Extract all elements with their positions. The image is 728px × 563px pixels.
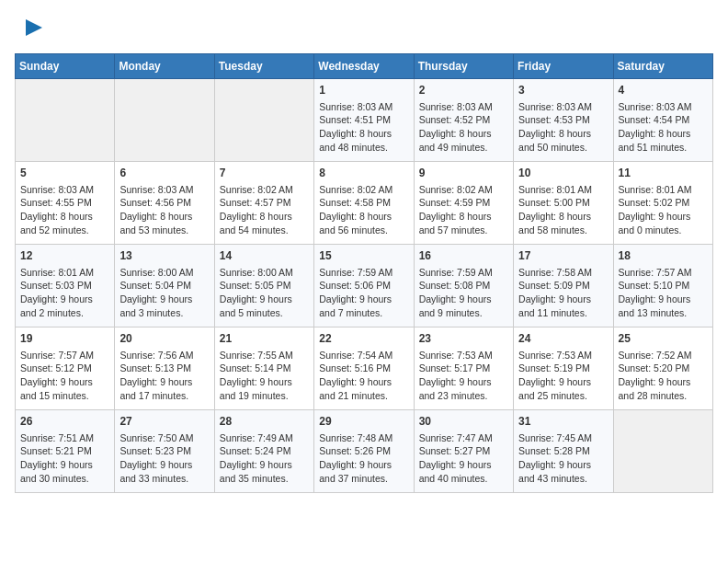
calendar-cell: 1Sunrise: 8:03 AMSunset: 4:51 PMDaylight…	[314, 79, 414, 162]
calendar-cell: 20Sunrise: 7:56 AMSunset: 5:13 PMDayligh…	[115, 327, 214, 410]
header-day-wednesday: Wednesday	[314, 54, 414, 79]
day-info: Sunrise: 7:59 AMSunset: 5:06 PMDaylight:…	[319, 267, 392, 318]
calendar-cell: 8Sunrise: 8:02 AMSunset: 4:58 PMDaylight…	[314, 162, 414, 245]
day-number: 26	[20, 414, 109, 430]
calendar-cell	[613, 410, 712, 493]
week-row-4: 19Sunrise: 7:57 AMSunset: 5:12 PMDayligh…	[16, 327, 713, 410]
calendar-cell: 15Sunrise: 7:59 AMSunset: 5:06 PMDayligh…	[314, 245, 414, 327]
day-number: 3	[518, 83, 608, 98]
calendar-cell	[115, 79, 214, 162]
day-info: Sunrise: 7:58 AMSunset: 5:09 PMDaylight:…	[518, 267, 592, 318]
day-number: 19	[20, 331, 109, 347]
week-row-2: 5Sunrise: 8:03 AMSunset: 4:55 PMDaylight…	[16, 162, 713, 245]
day-number: 15	[319, 248, 408, 264]
calendar-cell: 12Sunrise: 8:01 AMSunset: 5:03 PMDayligh…	[16, 245, 115, 327]
day-info: Sunrise: 8:00 AMSunset: 5:04 PMDaylight:…	[119, 267, 193, 318]
day-number: 6	[119, 166, 209, 181]
day-number: 2	[419, 83, 508, 98]
calendar-table: SundayMondayTuesdayWednesdayThursdayFrid…	[15, 53, 713, 493]
day-number: 5	[20, 166, 109, 181]
calendar-cell: 2Sunrise: 8:03 AMSunset: 4:52 PMDaylight…	[414, 79, 513, 162]
day-number: 31	[518, 414, 608, 430]
calendar-cell: 10Sunrise: 8:01 AMSunset: 5:00 PMDayligh…	[514, 162, 613, 245]
page-header	[15, 15, 713, 42]
day-number: 7	[220, 166, 309, 181]
day-number: 30	[419, 414, 508, 430]
logo-icon	[17, 15, 44, 42]
day-number: 22	[319, 331, 408, 347]
header-row: SundayMondayTuesdayWednesdayThursdayFrid…	[16, 54, 713, 79]
day-info: Sunrise: 8:03 AMSunset: 4:51 PMDaylight:…	[319, 101, 392, 153]
header-day-thursday: Thursday	[414, 54, 513, 79]
day-number: 12	[20, 248, 109, 264]
day-info: Sunrise: 7:59 AMSunset: 5:08 PMDaylight:…	[419, 267, 493, 318]
calendar-cell: 26Sunrise: 7:51 AMSunset: 5:21 PMDayligh…	[16, 410, 115, 493]
day-info: Sunrise: 7:53 AMSunset: 5:19 PMDaylight:…	[518, 350, 592, 401]
day-info: Sunrise: 8:00 AMSunset: 5:05 PMDaylight:…	[220, 267, 293, 318]
day-number: 17	[518, 248, 608, 264]
header-day-tuesday: Tuesday	[214, 54, 313, 79]
header-day-saturday: Saturday	[613, 54, 712, 79]
calendar-cell	[16, 79, 115, 162]
day-info: Sunrise: 8:02 AMSunset: 4:59 PMDaylight:…	[419, 184, 493, 236]
day-info: Sunrise: 7:49 AMSunset: 5:24 PMDaylight:…	[220, 432, 293, 484]
calendar-cell: 5Sunrise: 8:03 AMSunset: 4:55 PMDaylight…	[16, 162, 115, 245]
calendar-cell: 29Sunrise: 7:48 AMSunset: 5:26 PMDayligh…	[314, 410, 414, 493]
day-info: Sunrise: 7:54 AMSunset: 5:16 PMDaylight:…	[319, 350, 392, 401]
calendar-cell: 28Sunrise: 7:49 AMSunset: 5:24 PMDayligh…	[214, 410, 313, 493]
calendar-cell: 18Sunrise: 7:57 AMSunset: 5:10 PMDayligh…	[613, 245, 712, 327]
calendar-cell: 24Sunrise: 7:53 AMSunset: 5:19 PMDayligh…	[514, 327, 613, 410]
calendar-cell: 9Sunrise: 8:02 AMSunset: 4:59 PMDaylight…	[414, 162, 513, 245]
day-number: 13	[119, 248, 209, 264]
week-row-5: 26Sunrise: 7:51 AMSunset: 5:21 PMDayligh…	[16, 410, 713, 493]
day-number: 28	[220, 414, 309, 430]
day-info: Sunrise: 7:56 AMSunset: 5:13 PMDaylight:…	[119, 350, 193, 401]
calendar-cell: 23Sunrise: 7:53 AMSunset: 5:17 PMDayligh…	[414, 327, 513, 410]
calendar-cell: 22Sunrise: 7:54 AMSunset: 5:16 PMDayligh…	[314, 327, 414, 410]
day-info: Sunrise: 8:01 AMSunset: 5:03 PMDaylight:…	[20, 267, 94, 318]
day-number: 8	[319, 166, 408, 181]
day-number: 4	[619, 83, 708, 98]
calendar-cell: 14Sunrise: 8:00 AMSunset: 5:05 PMDayligh…	[214, 245, 313, 327]
day-number: 10	[518, 166, 608, 181]
day-info: Sunrise: 8:01 AMSunset: 5:00 PMDaylight:…	[518, 184, 592, 236]
calendar-cell: 19Sunrise: 7:57 AMSunset: 5:12 PMDayligh…	[16, 327, 115, 410]
day-info: Sunrise: 8:02 AMSunset: 4:57 PMDaylight:…	[220, 184, 293, 236]
day-number: 29	[319, 414, 408, 430]
day-number: 11	[619, 166, 708, 181]
day-info: Sunrise: 8:01 AMSunset: 5:02 PMDaylight:…	[619, 184, 692, 236]
day-number: 18	[619, 248, 708, 264]
calendar-cell: 31Sunrise: 7:45 AMSunset: 5:28 PMDayligh…	[514, 410, 613, 493]
day-info: Sunrise: 7:48 AMSunset: 5:26 PMDaylight:…	[319, 432, 392, 484]
calendar-cell: 16Sunrise: 7:59 AMSunset: 5:08 PMDayligh…	[414, 245, 513, 327]
calendar-cell: 27Sunrise: 7:50 AMSunset: 5:23 PMDayligh…	[115, 410, 214, 493]
day-info: Sunrise: 7:50 AMSunset: 5:23 PMDaylight:…	[119, 432, 193, 484]
calendar-cell: 3Sunrise: 8:03 AMSunset: 4:53 PMDaylight…	[514, 79, 613, 162]
header-day-monday: Monday	[115, 54, 214, 79]
day-number: 25	[619, 331, 708, 347]
day-number: 16	[419, 248, 508, 264]
calendar-cell: 30Sunrise: 7:47 AMSunset: 5:27 PMDayligh…	[414, 410, 513, 493]
day-number: 9	[419, 166, 508, 181]
day-info: Sunrise: 7:57 AMSunset: 5:12 PMDaylight:…	[20, 350, 94, 401]
day-info: Sunrise: 8:03 AMSunset: 4:52 PMDaylight:…	[419, 101, 493, 153]
calendar-cell: 4Sunrise: 8:03 AMSunset: 4:54 PMDaylight…	[613, 79, 712, 162]
day-info: Sunrise: 7:45 AMSunset: 5:28 PMDaylight:…	[518, 432, 592, 484]
calendar-cell: 25Sunrise: 7:52 AMSunset: 5:20 PMDayligh…	[613, 327, 712, 410]
logo	[15, 15, 44, 42]
day-info: Sunrise: 7:51 AMSunset: 5:21 PMDaylight:…	[20, 432, 94, 484]
header-day-sunday: Sunday	[16, 54, 115, 79]
day-info: Sunrise: 8:03 AMSunset: 4:55 PMDaylight:…	[20, 184, 94, 236]
day-number: 27	[119, 414, 209, 430]
day-number: 1	[319, 83, 408, 98]
header-day-friday: Friday	[514, 54, 613, 79]
day-number: 23	[419, 331, 508, 347]
calendar-cell: 6Sunrise: 8:03 AMSunset: 4:56 PMDaylight…	[115, 162, 214, 245]
day-info: Sunrise: 7:47 AMSunset: 5:27 PMDaylight:…	[419, 432, 493, 484]
week-row-3: 12Sunrise: 8:01 AMSunset: 5:03 PMDayligh…	[16, 245, 713, 327]
calendar-cell: 13Sunrise: 8:00 AMSunset: 5:04 PMDayligh…	[115, 245, 214, 327]
day-number: 14	[220, 248, 309, 264]
day-number: 24	[518, 331, 608, 347]
day-number: 20	[119, 331, 209, 347]
day-info: Sunrise: 8:02 AMSunset: 4:58 PMDaylight:…	[319, 184, 392, 236]
